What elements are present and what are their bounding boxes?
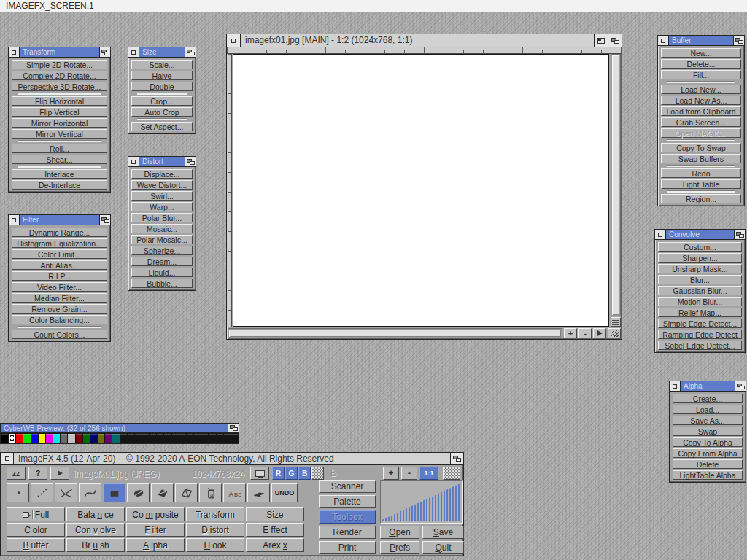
close-gadget[interactable] bbox=[658, 36, 669, 45]
transform-panel-titlebar[interactable]: Transform bbox=[9, 47, 110, 58]
palette-swatch[interactable] bbox=[128, 434, 134, 443]
full-button[interactable]: Full bbox=[7, 508, 65, 521]
zoom-in-button[interactable]: + bbox=[564, 328, 577, 338]
render-button[interactable]: Render bbox=[319, 526, 376, 539]
screen-titlebar[interactable]: IMAGEFX_SCREEN.1 bbox=[0, 0, 747, 12]
roll-button[interactable]: Roll... bbox=[12, 144, 107, 153]
palette-swatch[interactable] bbox=[172, 434, 179, 443]
palette-swatch[interactable] bbox=[120, 434, 127, 443]
palette-window-titlebar[interactable]: CyberWB Preview: (32 of 256 shown) bbox=[1, 424, 239, 433]
warp-button[interactable]: Warp... bbox=[131, 202, 193, 211]
palette-swatch[interactable] bbox=[1, 434, 8, 443]
palette-swatch[interactable] bbox=[9, 434, 15, 443]
color-balancing-button[interactable]: Color Balancing... bbox=[12, 315, 107, 324]
crop-button[interactable]: Crop... bbox=[131, 96, 193, 106]
wave-distort-button[interactable]: Wave Distort... bbox=[131, 180, 193, 190]
palette-swatch[interactable] bbox=[150, 434, 156, 443]
flip-vertical-button[interactable]: Flip Vertical bbox=[12, 107, 107, 117]
close-gadget[interactable] bbox=[1, 453, 14, 464]
text-tool[interactable]: ABC bbox=[223, 483, 246, 502]
liquid-button[interactable]: Liquid... bbox=[131, 268, 193, 277]
line-tool[interactable] bbox=[55, 483, 77, 502]
palette-swatch[interactable] bbox=[105, 434, 112, 443]
region-button[interactable]: Region... bbox=[661, 194, 741, 203]
mirror-vertical-button[interactable]: Mirror Vertical bbox=[12, 129, 107, 139]
quit-button[interactable]: Quit bbox=[422, 541, 464, 554]
palette-swatch[interactable] bbox=[53, 434, 60, 443]
resize-gadget[interactable] bbox=[608, 328, 621, 338]
palette-swatch[interactable] bbox=[68, 434, 74, 443]
help-button[interactable]: ? bbox=[28, 467, 47, 480]
swirl-button[interactable]: Swirl... bbox=[131, 191, 193, 201]
save-as-button[interactable]: Save As... bbox=[673, 416, 743, 425]
palette-swatch[interactable] bbox=[90, 434, 97, 443]
polygon-tool[interactable] bbox=[151, 483, 174, 502]
green-channel-button[interactable]: G bbox=[285, 467, 298, 480]
interlace-button[interactable]: Interlace bbox=[12, 169, 107, 179]
light-table-button[interactable]: Light Table bbox=[661, 179, 741, 189]
blur-button[interactable]: Blur... bbox=[658, 275, 742, 284]
swap-button[interactable]: Swap bbox=[673, 427, 743, 436]
point-tool[interactable] bbox=[7, 483, 29, 502]
gaussian-blur-button[interactable]: Gaussian Blur... bbox=[658, 286, 742, 295]
smear-tool[interactable] bbox=[247, 483, 270, 502]
open-button[interactable]: Open bbox=[380, 526, 419, 539]
redo-button[interactable]: Redo bbox=[661, 168, 741, 178]
hook-button[interactable]: Hook bbox=[186, 538, 244, 552]
palette-swatch[interactable] bbox=[157, 434, 163, 443]
convolve-panel-titlebar[interactable]: Convolve bbox=[655, 230, 745, 240]
simple-edge-detect-button[interactable]: Simple Edge Detect... bbox=[658, 319, 742, 328]
effect-button[interactable]: Effect bbox=[246, 523, 304, 537]
save-button[interactable]: Save bbox=[422, 526, 464, 539]
copy-to-swap-button[interactable]: Copy To Swap bbox=[661, 143, 741, 152]
color-button[interactable]: Color bbox=[7, 523, 65, 537]
prefs-button[interactable]: Prefs bbox=[380, 541, 419, 554]
palette-swatch[interactable] bbox=[112, 434, 119, 443]
r-i-p-button[interactable]: R.I.P... bbox=[12, 271, 107, 281]
run-button[interactable] bbox=[50, 467, 69, 480]
dither-pattern-swatch[interactable] bbox=[311, 467, 324, 480]
airbrush-tool[interactable] bbox=[31, 483, 53, 502]
grab-screen-button[interactable]: Grab Screen... bbox=[661, 117, 741, 127]
ramping-edge-detect-button[interactable]: Ramping Edge Detect bbox=[658, 330, 742, 339]
filter-panel-titlebar[interactable]: Filter bbox=[9, 215, 110, 225]
brush-button[interactable]: Brush bbox=[66, 538, 125, 552]
view-zoom-out-button[interactable]: - bbox=[401, 467, 417, 480]
palette-swatch[interactable] bbox=[201, 434, 208, 443]
bubble-button[interactable]: Bubble... bbox=[131, 279, 193, 288]
image-window-titlebar[interactable]: imagefx01.jpg [MAIN] - 1:2 (1024x768, 1:… bbox=[227, 34, 622, 47]
mirror-horizontal-button[interactable]: Mirror Horizontal bbox=[12, 118, 107, 128]
close-gadget[interactable] bbox=[9, 215, 20, 225]
palette-swatch[interactable] bbox=[98, 434, 104, 443]
depth-gadget[interactable] bbox=[185, 47, 196, 57]
zoom-out-button[interactable]: - bbox=[578, 328, 592, 338]
palette-swatch[interactable] bbox=[164, 434, 171, 443]
palette-swatch[interactable] bbox=[194, 434, 201, 443]
palette-swatch[interactable] bbox=[179, 434, 186, 443]
palette-swatch[interactable] bbox=[142, 434, 149, 443]
composite-button[interactable]: Composite bbox=[126, 508, 185, 521]
auto-crop-button[interactable]: Auto Crop bbox=[131, 107, 193, 117]
spherize-button[interactable]: Spherize... bbox=[131, 246, 193, 255]
print-button[interactable]: Print bbox=[319, 541, 376, 554]
polar-mosaic-button[interactable]: Polar Mosaic... bbox=[131, 235, 193, 244]
horizontal-scrollbar[interactable] bbox=[228, 328, 562, 338]
palette-swatch[interactable] bbox=[217, 434, 223, 443]
load-new-button[interactable]: Load New... bbox=[661, 85, 741, 94]
checker-pattern-button[interactable] bbox=[443, 467, 460, 480]
histogram-equalization-button[interactable]: Histogram Equalization... bbox=[12, 238, 107, 248]
close-gadget[interactable] bbox=[128, 157, 139, 166]
palette-swatch[interactable] bbox=[39, 434, 45, 443]
video-filter-button[interactable]: Video Filter... bbox=[12, 282, 107, 292]
palette-swatch[interactable] bbox=[135, 434, 142, 443]
panel-toggle-button[interactable] bbox=[611, 317, 621, 327]
new-button[interactable]: New... bbox=[661, 48, 741, 58]
close-gadget[interactable] bbox=[670, 381, 681, 391]
remove-grain-button[interactable]: Remove Grain... bbox=[12, 304, 107, 314]
sobel-edge-detect-button[interactable]: Sobel Edge Detect... bbox=[658, 341, 742, 350]
flip-horizontal-button[interactable]: Flip Horizontal bbox=[12, 96, 107, 106]
delete-button[interactable]: Delete bbox=[673, 459, 743, 469]
balance-button[interactable]: Balance bbox=[66, 508, 125, 521]
depth-gadget[interactable] bbox=[450, 453, 463, 464]
palette-swatch[interactable] bbox=[76, 434, 82, 443]
